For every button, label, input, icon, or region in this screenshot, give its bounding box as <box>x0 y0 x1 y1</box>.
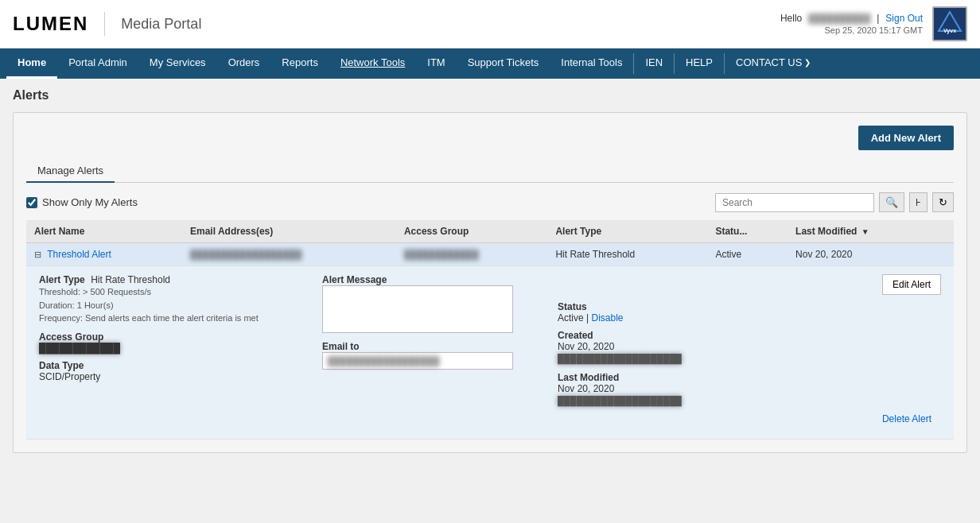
alert-name-link[interactable]: Threshold Alert <box>47 249 111 260</box>
detail-created-date: Nov 20, 2020 <box>558 341 941 352</box>
top-bar-left: LUMEN Media Portal <box>13 12 201 36</box>
chevron-right-icon: ❯ <box>804 58 811 67</box>
collapse-icon[interactable]: ⊟ <box>34 250 41 259</box>
detail-last-modified-label: Last Modified <box>558 372 941 383</box>
col-last-modified[interactable]: Last Modified ▼ <box>788 220 938 243</box>
detail-created-section: Created Nov 20, 2020 ███████████████████… <box>558 330 941 366</box>
col-status: Statu... <box>707 220 788 243</box>
detail-access-group-section: Access Group ████████████ <box>39 331 309 354</box>
tabs-bar: Manage Alerts <box>26 160 954 183</box>
detail-last-modified-by: ████████████████████ <box>558 394 941 408</box>
alert-email-cell: ██████████████████ <box>182 243 396 266</box>
logo: LUMEN <box>13 13 88 35</box>
alert-detail-row: Alert Type Hit Rate Threshold Threshold:… <box>26 266 954 440</box>
card-header-bar: Add New Alert <box>26 126 954 150</box>
nav-itm[interactable]: ITM <box>416 48 456 79</box>
detail-email-to-value: ██████████████████ <box>322 352 513 370</box>
portal-title: Media Portal <box>121 16 201 33</box>
disable-link[interactable]: Disable <box>591 312 623 323</box>
nav-reports[interactable]: Reports <box>270 48 329 79</box>
svg-text:Vyvx: Vyvx <box>943 28 956 34</box>
nav-network-tools[interactable]: Network Tools <box>329 48 416 79</box>
detail-data-type-value: SCID/Property <box>39 371 309 382</box>
datetime: Sep 25, 2020 15:17 GMT <box>824 25 923 35</box>
username: ██████████ <box>808 14 870 23</box>
detail-email-to-label: Email to <box>322 341 545 352</box>
detail-access-group-label: Access Group <box>39 331 309 343</box>
table-row: ⊟ Threshold Alert ██████████████████ ███… <box>26 243 954 266</box>
col-alert-type: Alert Type <box>547 220 707 243</box>
detail-data-type-section: Data Type SCID/Property <box>39 360 309 382</box>
nav-orders[interactable]: Orders <box>217 48 271 79</box>
logo-divider <box>104 12 105 36</box>
search-input[interactable] <box>715 193 874 212</box>
nav-ien[interactable]: IEN <box>634 48 674 79</box>
alerts-table-container: Alert Name Email Address(es) Access Grou… <box>26 220 954 440</box>
grid-view-button[interactable]: ⊦ <box>909 192 928 212</box>
detail-alert-type-label: Alert Type Hit Rate Threshold <box>39 274 309 285</box>
separator: | <box>877 13 879 24</box>
edit-alert-button[interactable]: Edit Alert <box>882 274 941 295</box>
show-my-alerts: Show Only My Alerts <box>26 196 138 208</box>
alerts-card: Add New Alert Manage Alerts Show Only My… <box>13 112 967 453</box>
alert-email-value: ██████████████████ <box>190 250 301 259</box>
detail-last-modified-date: Nov 20, 2020 <box>558 383 941 394</box>
page-content: Alerts Add New Alert Manage Alerts Show … <box>0 79 980 506</box>
search-area: 🔍 ⊦ ↻ <box>715 192 954 212</box>
hello-label: Hello <box>780 13 802 24</box>
edit-btn-area: Edit Alert <box>558 274 941 295</box>
detail-email-to-section: Email to ██████████████████ <box>322 341 545 370</box>
sign-out-link[interactable]: Sign Out <box>885 13 923 24</box>
detail-alert-message-label: Alert Message <box>322 274 545 285</box>
refresh-button[interactable]: ↻ <box>932 192 954 212</box>
alert-modified-cell: Nov 20, 2020 <box>788 243 938 266</box>
alerts-tbody: ⊟ Threshold Alert ██████████████████ ███… <box>26 243 954 440</box>
detail-status-label: Status <box>558 301 941 312</box>
detail-data-type-label: Data Type <box>39 360 309 371</box>
nav-contact-us[interactable]: CONTACT US ❯ <box>725 48 822 79</box>
nav-portal-admin[interactable]: Portal Admin <box>57 48 138 79</box>
alerts-table: Alert Name Email Address(es) Access Grou… <box>26 220 954 440</box>
page-title: Alerts <box>13 88 967 103</box>
top-bar-user: Hello ██████████ | Sign Out <box>780 13 923 24</box>
nav-internal-tools[interactable]: Internal Tools <box>550 48 633 79</box>
detail-threshold: Threshold: > 500 Requests/s <box>39 285 309 299</box>
nav-my-services[interactable]: My Services <box>138 48 217 79</box>
detail-last-modified-section: Last Modified Nov 20, 2020 █████████████… <box>558 372 941 408</box>
alert-access-group-value: ████████████ <box>404 250 479 259</box>
alert-name-cell: ⊟ Threshold Alert <box>26 243 182 266</box>
detail-right: Edit Alert Status Active | Disable <box>558 274 941 407</box>
detail-alert-type-section: Alert Type Hit Rate Threshold Threshold:… <box>39 274 309 325</box>
detail-left: Alert Type Hit Rate Threshold Threshold:… <box>39 274 309 382</box>
detail-content: Alert Type Hit Rate Threshold Threshold:… <box>39 274 941 407</box>
brand-badge: Vyvx <box>932 6 967 41</box>
detail-created-by: ████████████████████ <box>558 352 941 366</box>
toolbar-row: Show Only My Alerts 🔍 ⊦ ↻ <box>26 192 954 212</box>
add-new-alert-button[interactable]: Add New Alert <box>858 126 954 150</box>
col-scroll <box>938 220 954 243</box>
top-bar: LUMEN Media Portal Hello ██████████ | Si… <box>0 0 980 48</box>
nav-home[interactable]: Home <box>6 48 57 79</box>
detail-status-section: Status Active | Disable <box>558 301 941 323</box>
top-bar-right-area: Hello ██████████ | Sign Out Sep 25, 2020… <box>780 6 967 41</box>
sort-desc-icon: ▼ <box>861 227 869 236</box>
detail-alert-message-section: Alert Message <box>322 274 545 333</box>
nav-support-tickets[interactable]: Support Tickets <box>457 48 550 79</box>
search-button[interactable]: 🔍 <box>879 192 904 212</box>
detail-access-group-value: ████████████ <box>39 343 309 354</box>
manage-alerts-tab[interactable]: Manage Alerts <box>26 160 115 183</box>
detail-middle: Alert Message Email to █████████████████… <box>322 274 545 370</box>
alert-type-cell: Hit Rate Threshold <box>547 243 707 266</box>
alert-access-group-cell: ████████████ <box>396 243 547 266</box>
detail-status-value: Active | Disable <box>558 312 941 323</box>
nav-help[interactable]: HELP <box>675 48 724 79</box>
delete-row: Delete Alert <box>39 407 941 431</box>
detail-created-label: Created <box>558 330 941 341</box>
show-my-alerts-checkbox[interactable] <box>26 197 37 208</box>
badge-text: Vyvx <box>935 9 964 39</box>
col-email: Email Address(es) <box>182 220 396 243</box>
alert-detail-cell: Alert Type Hit Rate Threshold Threshold:… <box>26 266 954 440</box>
top-bar-right: Hello ██████████ | Sign Out Sep 25, 2020… <box>780 13 923 35</box>
detail-frequency: Frequency: Send alerts each time the ale… <box>39 312 309 325</box>
delete-alert-link[interactable]: Delete Alert <box>882 413 931 424</box>
